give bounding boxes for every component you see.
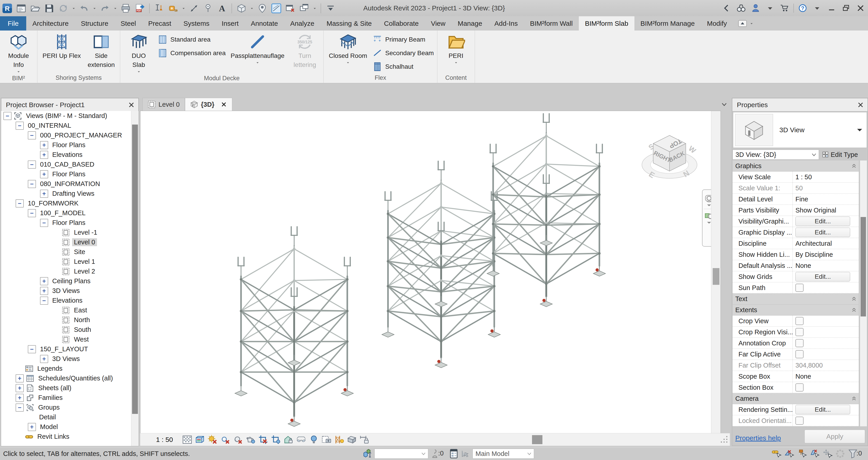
type-selector-caret-icon[interactable] xyxy=(856,128,863,132)
ribbon-tab-file[interactable]: File xyxy=(0,16,26,31)
view-control-analytic-icon[interactable] xyxy=(334,434,344,445)
expand-icon[interactable]: + xyxy=(16,374,24,383)
design-options-icon[interactable] xyxy=(448,449,459,459)
expand-icon[interactable]: + xyxy=(40,355,48,363)
sync-with-central-icon[interactable] xyxy=(57,2,69,14)
ribbon-tab-architecture[interactable]: Architecture xyxy=(26,16,74,31)
primary-beam-button[interactable]: Primary Beam xyxy=(372,34,434,45)
tree-item-level-1[interactable]: Level -1 xyxy=(1,228,131,237)
expand-icon[interactable]: + xyxy=(28,423,36,431)
standard-area-button[interactable]: Standard area xyxy=(157,34,226,45)
dropdown-caret-icon[interactable] xyxy=(255,60,260,65)
tree-item-north[interactable]: North xyxy=(1,315,131,325)
tree-item-floor-plans[interactable]: +Floor Plans xyxy=(1,140,131,150)
duo-slab-button[interactable]: DUOSlab xyxy=(123,32,154,74)
collapse-icon[interactable]: − xyxy=(28,161,36,169)
view-tab--3d-[interactable]: {3D} xyxy=(185,98,232,111)
property-value[interactable]: 50 xyxy=(796,185,803,192)
ribbon-tab-annotate[interactable]: Annotate xyxy=(245,16,284,31)
view-control-scale-icon[interactable] xyxy=(182,434,192,445)
sign-in-icon[interactable] xyxy=(750,2,761,14)
tree-item-3d-views[interactable]: +3D Views xyxy=(1,354,131,364)
collapse-icon[interactable]: − xyxy=(40,297,48,305)
compass-west[interactable]: W xyxy=(687,144,698,155)
ribbon-minimize-caret-icon[interactable] xyxy=(749,21,754,26)
ribbon-tab-collaborate[interactable]: Collaborate xyxy=(378,16,425,31)
view-control-displace-icon[interactable] xyxy=(347,434,357,445)
dropdown-caret-icon[interactable] xyxy=(454,60,458,65)
worksets-dropdown[interactable] xyxy=(374,449,428,459)
edit-button[interactable]: Edit... xyxy=(796,228,850,237)
expand-icon[interactable]: + xyxy=(16,384,24,392)
tape-measure-icon[interactable] xyxy=(167,2,179,14)
collapse-icon[interactable]: − xyxy=(16,199,24,207)
properties-scrollbar[interactable] xyxy=(860,161,867,426)
app-store-icon[interactable] xyxy=(779,2,790,14)
dropdown-caret-icon[interactable] xyxy=(92,6,97,11)
expand-icon[interactable]: + xyxy=(40,277,48,285)
text-icon[interactable]: A xyxy=(216,2,228,14)
edit-button[interactable]: Edit... xyxy=(796,405,850,414)
dropdown-caret-icon[interactable] xyxy=(181,6,186,11)
tree-item-level-2[interactable]: Level 2 xyxy=(1,266,131,276)
tree-item-groups[interactable]: −Groups xyxy=(1,403,131,412)
turn-lettering-button[interactable]: 350/125Turnlettering xyxy=(289,32,320,69)
tree-item-floor-plans[interactable]: +Floor Plans xyxy=(1,169,131,179)
checkbox[interactable] xyxy=(796,317,804,325)
collapse-infocenter-icon[interactable] xyxy=(721,2,732,14)
ribbon-tab-steel[interactable]: Steel xyxy=(115,16,142,31)
view-control-style-icon[interactable] xyxy=(207,434,218,445)
view-control-sun-icon[interactable] xyxy=(220,434,230,445)
checkbox[interactable] xyxy=(796,328,804,336)
edit-button[interactable]: Edit... xyxy=(796,272,850,282)
view-control-render-icon[interactable] xyxy=(245,434,256,445)
checkbox[interactable] xyxy=(796,417,804,425)
ribbon-tab-massing-site[interactable]: Massing & Site xyxy=(320,16,378,31)
help-caret-icon[interactable] xyxy=(811,2,823,14)
checkbox[interactable] xyxy=(796,350,804,358)
save-icon[interactable] xyxy=(43,2,55,14)
section-collapse-icon[interactable] xyxy=(851,297,857,301)
expand-icon[interactable]: + xyxy=(40,190,48,198)
tree-item-drafting-views[interactable]: +Drafting Views xyxy=(1,189,131,198)
select-underlay-toggle[interactable] xyxy=(784,449,795,459)
collapse-icon[interactable]: − xyxy=(28,131,36,139)
ribbon-tab-bim-form-manage[interactable]: BIM²form Manage xyxy=(634,16,701,31)
ribbon-tab-analyze[interactable]: Analyze xyxy=(284,16,320,31)
shoring-towers-model[interactable] xyxy=(141,111,721,433)
expand-icon[interactable]: + xyxy=(40,287,48,295)
scrollbar-thumb[interactable] xyxy=(132,125,138,414)
expand-icon[interactable]: + xyxy=(16,394,24,402)
dropdown-caret-icon[interactable] xyxy=(250,6,254,11)
tree-item-010-cad-based[interactable]: −010_CAD_BASED xyxy=(1,160,131,169)
select-links-toggle[interactable] xyxy=(772,449,782,459)
project-browser-scrollbar[interactable] xyxy=(131,111,138,446)
export-pdf-icon[interactable]: PDF xyxy=(134,2,146,14)
revit-logo[interactable]: R xyxy=(1,2,13,14)
view-control-lock-icon[interactable] xyxy=(283,434,294,445)
expand-icon[interactable]: + xyxy=(40,170,48,178)
collapse-icon[interactable]: − xyxy=(16,122,24,130)
measure-icon[interactable] xyxy=(153,2,165,14)
property-section-text[interactable]: Text xyxy=(733,293,859,304)
redo-icon[interactable] xyxy=(99,2,111,14)
ribbon-tab-add-ins[interactable]: Add-Ins xyxy=(488,16,524,31)
property-value[interactable]: 1 : 50 xyxy=(796,173,812,181)
ribbon-tab-systems[interactable]: Systems xyxy=(177,16,215,31)
view-cube[interactable]: S W E N TOP RIGHT BACK xyxy=(640,127,699,186)
tree-item-detail[interactable]: Detail xyxy=(1,412,131,422)
edit-button[interactable]: Edit... xyxy=(796,217,850,226)
collapse-icon[interactable]: − xyxy=(28,180,36,188)
property-value[interactable]: None xyxy=(796,262,811,269)
drag-on-selection-toggle[interactable] xyxy=(822,449,833,459)
section-icon[interactable] xyxy=(256,2,268,14)
background-processes-icon[interactable] xyxy=(835,449,845,459)
side-extension-button[interactable]: Sideextension xyxy=(86,32,117,69)
ribbon-tab-manage[interactable]: Manage xyxy=(452,16,488,31)
tree-item-west[interactable]: West xyxy=(1,334,131,344)
peri-content-button[interactable]: PERI xyxy=(441,32,471,65)
collapse-icon[interactable]: − xyxy=(3,112,11,120)
sign-in-caret-icon[interactable] xyxy=(765,2,776,14)
ribbon-minimize-icon[interactable] xyxy=(738,19,747,28)
view-tab-level-0[interactable]: Level 0 xyxy=(143,98,185,111)
